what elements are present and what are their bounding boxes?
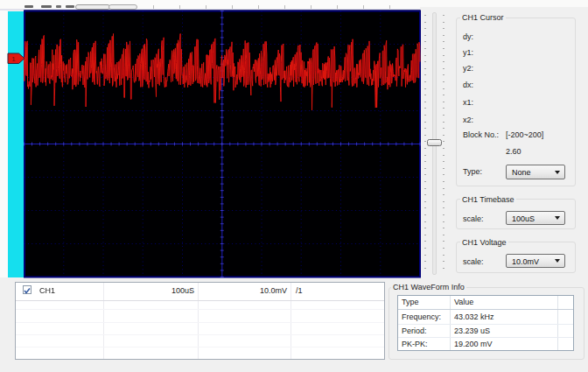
svg-text:1: 1 <box>12 55 17 63</box>
